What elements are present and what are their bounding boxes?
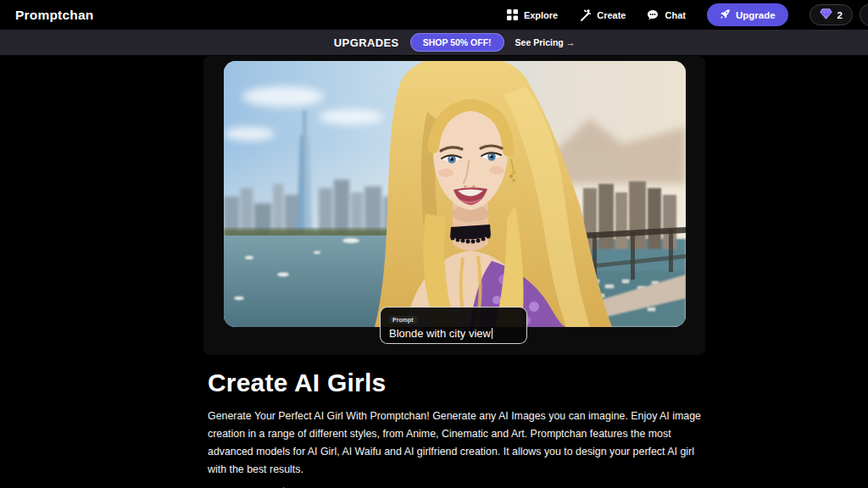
grid-icon [507,9,518,20]
gems-counter[interactable]: 2 [810,4,853,25]
page-title: Create AI Girls [208,369,701,396]
upgrade-button-label: Upgrade [736,10,776,20]
nav-actions: Explore Create Chat [507,3,853,26]
intro-paragraph: Generate Your Perfect AI Girl With Promp… [208,408,701,479]
top-nav: Promptchan Explore Create [0,0,868,30]
prompt-value: Blonde with city view [389,327,518,340]
brand-logo[interactable]: Promptchan [15,8,93,23]
hero-image [224,61,686,327]
nav-item-label: Create [597,10,626,20]
magic-wand-icon [579,9,591,21]
chat-bubble-icon [647,9,659,21]
nav-item-label: Explore [524,10,558,20]
rocket-icon [720,8,731,21]
intro-section: Create AI Girls Generate Your Perfect AI… [208,369,701,488]
prompt-input[interactable]: Prompt Blonde with city view [380,307,527,344]
shop-sale-button[interactable]: SHOP 50% OFF! [410,33,504,52]
nav-item-explore[interactable]: Explore [507,9,558,20]
see-pricing-link[interactable]: See Pricing → [515,37,576,47]
nav-item-label: Chat [665,10,685,20]
promo-title: UPGRADES [334,36,399,49]
promo-bar: UPGRADES SHOP 50% OFF! See Pricing → [0,30,868,55]
gems-count: 2 [837,10,843,20]
edge-account-button[interactable] [860,3,868,26]
text-cursor [492,328,492,339]
upgrade-button[interactable]: Upgrade [707,3,788,26]
nav-item-chat[interactable]: Chat [647,9,685,21]
nav-item-create[interactable]: Create [579,9,626,21]
prompt-label: Prompt [389,316,417,324]
gem-icon [820,8,832,21]
